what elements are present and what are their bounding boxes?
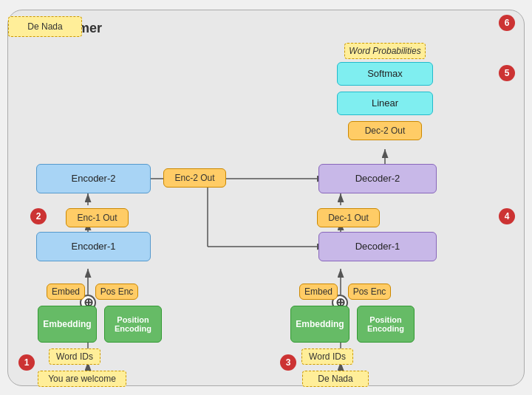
decoder1-label: Decoder-1 [355,241,400,252]
badge-3: 3 [280,354,296,371]
embedding-right-label: Embedding [296,319,344,329]
word-ids-right-box: Word IDs [301,348,353,365]
output-denada-label: De Nada [27,21,62,32]
embedding-left-box: Embedding [38,306,97,343]
enc2out-label: Enc-2 Out [174,173,214,183]
badge-2: 2 [30,208,47,224]
linear-box: Linear [337,92,433,115]
pos-encoding-left-box: Position Encoding [104,306,162,343]
pos-encoding-right-box: Position Encoding [357,306,415,343]
input-text-right-label: De Nada [318,374,352,384]
encoder2-label: Encoder-2 [72,173,116,184]
encoder2-box: Encoder-2 [36,164,151,193]
decoder1-box: Decoder-1 [318,232,437,261]
word-ids-left-label: Word IDs [56,351,93,362]
badge-6: 6 [499,15,515,31]
embed-right-label: Embed [304,286,332,297]
input-text-left-label: You are welcome [48,374,116,384]
dec1out-box: Dec-1 Out [317,208,380,227]
enc2out-box: Enc-2 Out [163,168,226,188]
softmax-label: Softmax [367,68,403,79]
badge-1: 1 [18,354,35,371]
decoder2-box: Decoder-2 [318,164,437,193]
embedding-left-label: Embedding [43,319,91,329]
encoder1-label: Encoder-1 [72,241,116,252]
embed-right-box: Embed [299,284,338,300]
dec2out-label: Dec-2 Out [365,126,406,136]
word-ids-right-label: Word IDs [309,351,346,362]
input-text-left-box: You are welcome [38,371,126,387]
posenc-right-box: Pos Enc [348,284,391,300]
pos-encoding-right-label: Position Encoding [358,315,414,333]
enc1out-label: Enc-1 Out [77,213,117,223]
posenc-left-box: Pos Enc [95,284,138,300]
decoder2-label: Decoder-2 [355,173,400,184]
transformer-container: Transformer [7,10,525,386]
posenc-left-label: Pos Enc [100,286,134,297]
embed-left-label: Embed [52,286,80,297]
encoder1-box: Encoder-1 [36,232,151,261]
pos-encoding-left-label: Position Encoding [105,315,161,333]
dec1out-label: Dec-1 Out [328,213,369,223]
softmax-box: Softmax [337,62,433,86]
word-prob-label: Word Probabilities [349,46,420,56]
embed-left-box: Embed [47,284,85,300]
output-denada-box: De Nada [8,16,82,37]
dec2out-box: Dec-2 Out [348,121,422,140]
badge-4: 4 [499,208,515,224]
input-text-right-box: De Nada [302,371,369,387]
embedding-right-box: Embedding [290,306,349,343]
badge-5: 5 [499,65,515,81]
word-prob-box: Word Probabilities [344,43,426,59]
word-ids-left-box: Word IDs [49,348,100,365]
enc1out-box: Enc-1 Out [66,208,129,227]
posenc-right-label: Pos Enc [353,286,386,297]
linear-label: Linear [372,97,398,109]
